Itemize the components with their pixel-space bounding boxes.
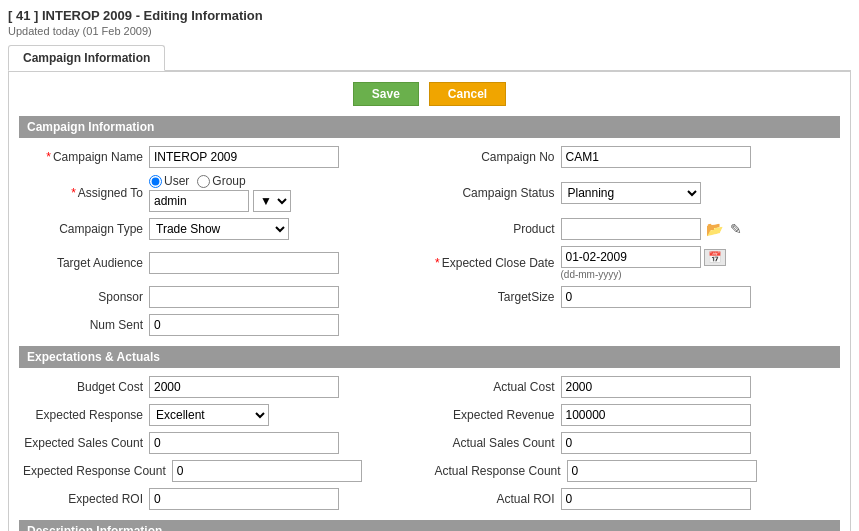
description-header: Description Information [19,520,840,531]
sponsor-label: Sponsor [23,290,143,304]
user-radio[interactable] [149,175,162,188]
expected-response-count-input[interactable] [172,460,362,482]
product-select-icon[interactable]: 📂 [704,221,725,237]
target-audience-row: Target Audience [23,246,425,280]
campaign-status-label: Campaign Status [435,186,555,200]
budget-cost-input[interactable] [149,376,339,398]
target-size-input[interactable] [561,286,751,308]
actual-cost-row: Actual Cost [435,376,837,398]
expected-revenue-input[interactable] [561,404,751,426]
expected-response-count-row: Expected Response Count [23,460,425,482]
calendar-icon[interactable]: 📅 [704,249,726,266]
expected-close-date-label: Expected Close Date [435,256,555,270]
tab-campaign-information[interactable]: Campaign Information [8,45,165,71]
expected-roi-label: Expected ROI [23,492,143,506]
top-btn-row: Save Cancel [19,82,840,106]
actual-roi-input[interactable] [561,488,751,510]
expected-response-count-label: Expected Response Count [23,464,166,478]
page-wrapper: [ 41 ] INTEROP 2009 - Editing Informatio… [0,0,859,531]
assigned-to-label: Assigned To [23,186,143,200]
actual-roi-label: Actual ROI [435,492,555,506]
sponsor-row: Sponsor [23,286,425,308]
top-save-button[interactable]: Save [353,82,419,106]
assigned-to-row: Assigned To User Group [23,174,425,212]
target-size-label: TargetSize [435,290,555,304]
num-sent-row: Num Sent [23,314,425,336]
assigned-to-group: User Group ▼ [149,174,291,212]
actual-response-count-label: Actual Response Count [435,464,561,478]
expectations-header: Expectations & Actuals [19,346,840,368]
expected-close-date-input[interactable] [561,246,701,268]
campaign-status-select[interactable]: Planning Active Inactive Complete [561,182,701,204]
expected-response-label: Expected Response [23,408,143,422]
campaign-info-grid: Campaign Name Campaign No Assigned To Us… [19,146,840,336]
campaign-type-select[interactable]: Trade Show Email Webinar Conference [149,218,289,240]
tab-bar: Campaign Information [8,45,851,71]
product-input[interactable] [561,218,701,240]
campaign-no-row: Campaign No [435,146,837,168]
expected-sales-count-row: Expected Sales Count [23,432,425,454]
actual-roi-row: Actual ROI [435,488,837,510]
user-radio-label[interactable]: User [149,174,189,188]
group-radio[interactable] [197,175,210,188]
expected-sales-count-label: Expected Sales Count [23,436,143,450]
group-radio-label[interactable]: Group [197,174,245,188]
date-hint: (dd-mm-yyyy) [561,269,726,280]
expected-sales-count-input[interactable] [149,432,339,454]
expected-roi-input[interactable] [149,488,339,510]
actual-response-count-row: Actual Response Count [435,460,837,482]
expected-revenue-label: Expected Revenue [435,408,555,422]
expectations-grid: Budget Cost Actual Cost Expected Respons… [19,376,840,510]
radio-group: User Group [149,174,291,188]
product-clear-icon[interactable]: ✎ [728,221,744,237]
budget-cost-row: Budget Cost [23,376,425,398]
campaign-name-input[interactable] [149,146,339,168]
product-label: Product [435,222,555,236]
top-cancel-button[interactable]: Cancel [429,82,506,106]
campaign-name-row: Campaign Name [23,146,425,168]
assigned-to-select[interactable]: ▼ [253,190,291,212]
expected-response-select[interactable]: Excellent Good Average Poor [149,404,269,426]
product-input-group: 📂 ✎ [561,218,744,240]
expected-revenue-row: Expected Revenue [435,404,837,426]
product-row: Product 📂 ✎ [435,218,837,240]
actual-cost-input[interactable] [561,376,751,398]
expected-response-row: Expected Response Excellent Good Average… [23,404,425,426]
expected-roi-row: Expected ROI [23,488,425,510]
target-audience-label: Target Audience [23,256,143,270]
group-radio-text: Group [212,174,245,188]
target-size-row: TargetSize [435,286,837,308]
actual-sales-count-label: Actual Sales Count [435,436,555,450]
num-sent-input[interactable] [149,314,339,336]
assigned-to-input[interactable] [149,190,249,212]
campaign-no-label: Campaign No [435,150,555,164]
campaign-status-row: Campaign Status Planning Active Inactive… [435,174,837,212]
page-title: [ 41 ] INTEROP 2009 - Editing Informatio… [8,8,851,23]
expected-close-date-row: Expected Close Date 📅 (dd-mm-yyyy) [435,246,837,280]
empty-cell-1 [435,314,837,336]
actual-response-count-input[interactable] [567,460,757,482]
campaign-info-header: Campaign Information [19,116,840,138]
sponsor-input[interactable] [149,286,339,308]
user-radio-text: User [164,174,189,188]
actual-sales-count-row: Actual Sales Count [435,432,837,454]
campaign-name-label: Campaign Name [23,150,143,164]
campaign-no-input[interactable] [561,146,751,168]
campaign-type-label: Campaign Type [23,222,143,236]
num-sent-label: Num Sent [23,318,143,332]
page-subtitle: Updated today (01 Feb 2009) [8,25,851,37]
campaign-type-row: Campaign Type Trade Show Email Webinar C… [23,218,425,240]
budget-cost-label: Budget Cost [23,380,143,394]
actual-sales-count-input[interactable] [561,432,751,454]
content-area: Save Cancel Campaign Information Campaig… [8,71,851,531]
actual-cost-label: Actual Cost [435,380,555,394]
target-audience-input[interactable] [149,252,339,274]
